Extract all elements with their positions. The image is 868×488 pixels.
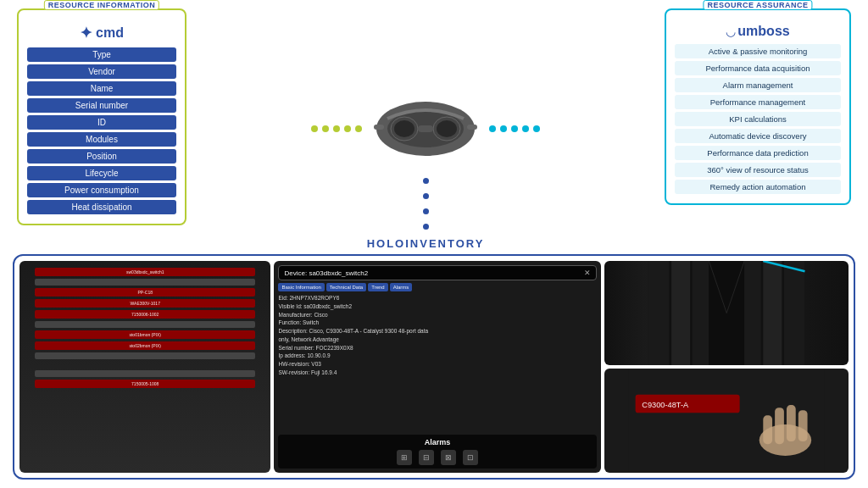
rack-left-image: sw03dbxdc_switch1 PP-C18 WAE300V-1017 71… — [19, 261, 270, 473]
tab-trend[interactable]: Trend — [368, 283, 387, 291]
rack-separator-1 — [35, 321, 255, 328]
resource-info-box: RESOURCE INFORMATION ✦ cmd Type Vendor N… — [17, 8, 186, 225]
alarm-icon-2[interactable]: ⊟ — [419, 450, 434, 465]
device-hw-rev: HW-revision: V03 — [278, 360, 596, 369]
rack-row-label-6: 7150005-1008 — [35, 380, 255, 388]
tab-basic[interactable]: Basic Information — [278, 283, 324, 291]
dot-green-5 — [355, 125, 362, 132]
device-ip: Ip address: 10.90.0.9 — [278, 352, 596, 360]
svg-point-3 — [394, 120, 415, 137]
rack-row-label-1: PP-C18 — [35, 288, 255, 297]
rack-row-text-2: WAE300V-1017 — [131, 301, 160, 306]
rack-row-label-0: sw03dbxdc_switch1 — [35, 268, 255, 276]
svg-rect-24 — [775, 408, 784, 444]
assurance-perf-mgmt: Performance management — [675, 95, 841, 109]
bottom-inner: sw03dbxdc_switch1 PP-C18 WAE300V-1017 71… — [13, 254, 855, 480]
device-eid: Eid: 2HNP7XV82ROPY6 — [278, 294, 596, 302]
svg-rect-16 — [744, 261, 761, 365]
resource-info-title: RESOURCE INFORMATION — [44, 0, 159, 10]
umboss-text: umboss — [737, 24, 789, 39]
right-images: C9300-48T-A — [604, 261, 849, 473]
dot-blue-1 — [489, 125, 496, 132]
holo-label: HOLOINVENTORY — [367, 237, 485, 250]
dot-dark-3 — [423, 208, 429, 214]
assurance-perf-acq: Performance data acquisition — [675, 61, 841, 75]
rack-corridor-image — [604, 261, 849, 365]
svg-rect-7 — [374, 125, 384, 130]
rack-row-label-5: sto02bmon (PIX) — [35, 341, 255, 350]
svg-point-5 — [437, 120, 457, 137]
top-section: RESOURCE INFORMATION ✦ cmd Type Vendor N… — [0, 0, 868, 254]
svg-text:C9300-48T-A: C9300-48T-A — [642, 401, 689, 409]
rack-finger-image: C9300-48T-A — [604, 369, 849, 473]
rack-separator-3 — [35, 370, 255, 377]
device-overlay-image: Device: sa03dbxdc_switch2 ✕ Basic Inform… — [274, 261, 600, 473]
info-name: Name — [27, 81, 176, 96]
alarm-icons-row: ⊞ ⊟ ⊠ ⊡ — [281, 450, 593, 465]
svg-rect-27 — [763, 415, 772, 444]
umboss-icon: ◡ — [726, 25, 736, 38]
alarm-icon-1[interactable]: ⊞ — [397, 450, 412, 465]
rack-separator-2 — [35, 352, 255, 359]
rack-separator-0 — [35, 279, 255, 286]
device-header: Device: sa03dbxdc_switch2 ✕ — [278, 265, 596, 280]
device-manufacturer: Manufacturer: Cisco — [278, 311, 596, 319]
rack-row-label-3: 7150006-1002 — [35, 310, 255, 319]
svg-rect-11 — [671, 261, 690, 365]
rack-row-text-6: 7150005-1008 — [131, 381, 159, 386]
device-serial: Serial number: FOC2239X0X8 — [278, 344, 596, 352]
dot-blue-4 — [522, 125, 529, 132]
rack-row-label-4: sto01bmon (PIX) — [35, 330, 255, 339]
info-power: Power consumption — [27, 183, 176, 197]
cmd-icon: ✦ — [80, 24, 92, 42]
device-tabs: Basic Information Technical Data Trend A… — [278, 283, 596, 291]
alarms-section: Alarms ⊞ ⊟ ⊠ ⊡ — [278, 435, 596, 469]
main-container: RESOURCE INFORMATION ✦ cmd Type Vendor N… — [0, 0, 868, 488]
dot-dark-4 — [423, 224, 429, 230]
alarm-icon-4[interactable]: ⊡ — [463, 450, 478, 465]
device-sw-rev: SW-revision: Fuji 16.9.4 — [278, 369, 596, 377]
close-icon[interactable]: ✕ — [584, 269, 591, 277]
dot-green-2 — [322, 125, 329, 132]
umboss-logo: ◡ umboss — [675, 24, 841, 39]
info-id: ID — [27, 115, 176, 130]
svg-rect-8 — [467, 125, 477, 130]
rack-row-text-5: sto02bmon (PIX) — [129, 343, 161, 348]
device-description-2: only, Network Advantage — [278, 336, 596, 344]
resource-assurance-box: RESOURCE ASSURANCE ◡ umboss Active & pas… — [665, 8, 851, 205]
assurance-360: 360° view of resource status — [675, 163, 841, 177]
dot-green-4 — [344, 125, 351, 132]
device-title: Device: sa03dbxdc_switch2 — [284, 269, 368, 277]
svg-rect-18 — [783, 261, 804, 365]
cyan-dots-right — [481, 125, 665, 132]
svg-rect-12 — [692, 261, 709, 365]
hololens-device — [370, 89, 481, 169]
device-description-1: Description: Cisco, C9300-48T-A - Cataly… — [278, 327, 596, 336]
info-lifecycle: Lifecycle — [27, 166, 176, 180]
rack-row-label-2: WAE300V-1017 — [35, 299, 255, 308]
assurance-prediction: Performance data prediction — [675, 146, 841, 160]
svg-rect-10 — [648, 261, 670, 365]
green-dots-left — [186, 125, 370, 132]
rack-row-text-3: 7150006-1002 — [131, 312, 159, 317]
dot-blue-3 — [511, 125, 518, 132]
info-position: Position — [27, 149, 176, 164]
device-function: Function: Switch — [278, 319, 596, 327]
svg-rect-6 — [418, 125, 433, 132]
svg-rect-17 — [763, 261, 782, 365]
tab-technical[interactable]: Technical Data — [326, 283, 366, 291]
svg-rect-25 — [786, 405, 795, 441]
info-vendor: Vendor — [27, 64, 176, 79]
info-serial: Serial number — [27, 98, 176, 113]
rack-row-text-4: sto01bmon (PIX) — [129, 332, 161, 337]
resource-assurance-title: RESOURCE ASSURANCE — [703, 0, 812, 10]
cmd-logo: ✦ cmd — [27, 24, 176, 42]
alarms-title: Alarms — [281, 438, 593, 446]
rack-row-text-0: sw03dbxdc_switch1 — [126, 269, 164, 274]
dot-blue-5 — [533, 125, 540, 132]
device-visible-id: Visible Id: sa03dbxdc_switch2 — [278, 302, 596, 311]
assurance-remedy: Remedy action automation — [675, 180, 841, 194]
alarm-icon-3[interactable]: ⊠ — [441, 450, 456, 465]
vertical-dots — [423, 175, 429, 232]
tab-alarms[interactable]: Alarms — [390, 283, 413, 291]
